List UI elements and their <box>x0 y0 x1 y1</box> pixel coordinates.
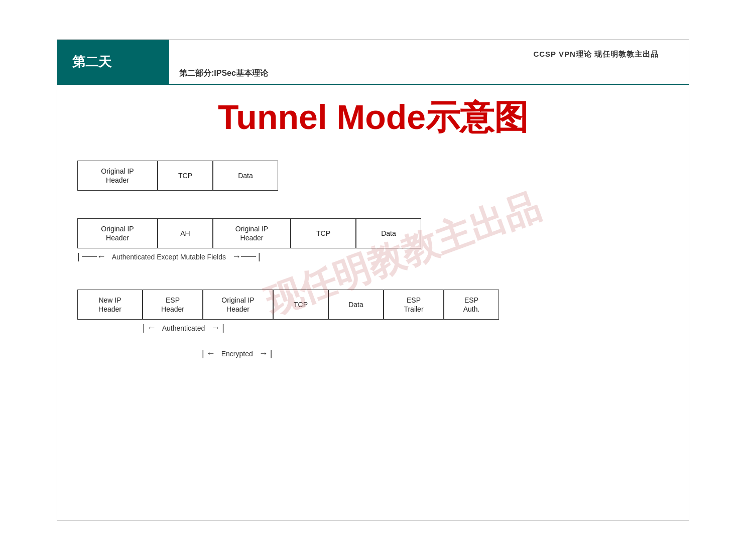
subtitle: 第二部分:IPSec基本理论 <box>179 68 674 79</box>
row2-wrapper: Original IPHeader AH Original IPHeader T… <box>77 218 669 262</box>
row2-tcp: TCP <box>291 218 356 248</box>
slide-title: Tunnel Mode示意图 <box>77 95 669 141</box>
row3-tcp: TCP <box>273 290 328 320</box>
encrypted-arrow-row: | ← Encrypted → | <box>77 348 669 359</box>
row1-orig-ip: Original IPHeader <box>77 161 158 191</box>
brand-label: CCSP VPN理论 现任明教教主出品 <box>533 50 659 59</box>
row3-esp-auth: ESPAuth. <box>444 290 499 320</box>
header-left-panel: 第二天 <box>57 40 168 84</box>
header-right-panel: 第二部分:IPSec基本理论 <box>168 40 689 84</box>
encrypted-label: Encrypted <box>221 350 253 358</box>
row1-packet: Original IPHeader TCP Data <box>77 161 669 191</box>
row3-esp-trailer: ESPTrailer <box>384 290 444 320</box>
day-label: 第二天 <box>72 53 168 71</box>
row3-new-ip: New IPHeader <box>77 290 143 320</box>
row1-data: Data <box>213 161 278 191</box>
main-content: Tunnel Mode示意图 Original IPHeader TCP Dat… <box>57 85 689 384</box>
row1-tcp: TCP <box>158 161 213 191</box>
row3-wrapper: New IPHeader ESPHeader Original IPHeader… <box>77 290 669 359</box>
row3-orig-ip: Original IPHeader <box>203 290 273 320</box>
row2-ah: AH <box>158 218 213 248</box>
row3-packet: New IPHeader ESPHeader Original IPHeader… <box>77 290 669 320</box>
row2-packet: Original IPHeader AH Original IPHeader T… <box>77 218 669 248</box>
row2-orig-ip: Original IPHeader <box>77 218 158 248</box>
row3-data: Data <box>328 290 384 320</box>
slide: 第二天 第二部分:IPSec基本理论 CCSP VPN理论 现任明教教主出品 T… <box>57 39 689 521</box>
row2-orig-ip2: Original IPHeader <box>213 218 291 248</box>
row2-data: Data <box>356 218 421 248</box>
row3-esp-header: ESPHeader <box>143 290 203 320</box>
authenticated-label: Authenticated <box>162 324 205 332</box>
auth-arrow-row: | ← Authenticated Except Mutable Fields … <box>77 251 669 262</box>
header: 第二天 第二部分:IPSec基本理论 CCSP VPN理论 现任明教教主出品 <box>57 40 689 85</box>
auth-label: Authenticated Except Mutable Fields <box>112 253 226 261</box>
authenticated-arrow-row: | ← Authenticated → | <box>77 323 669 333</box>
